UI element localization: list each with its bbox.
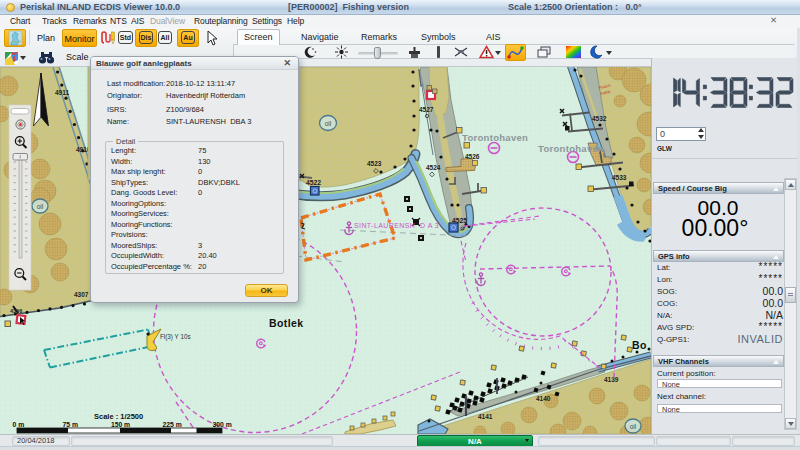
svg-text:4522: 4522: [306, 179, 321, 186]
svg-text:SINT-LAURENSH D A 3: SINT-LAURENSH D A 3: [354, 222, 439, 229]
svg-text:oil: oil: [630, 423, 637, 430]
svg-text:4523: 4523: [367, 160, 382, 167]
svg-text:Torontohaven: Torontohaven: [462, 132, 528, 143]
svg-text:4527: 4527: [419, 106, 434, 113]
svg-text:Botlek: Botlek: [269, 317, 304, 329]
svg-text:150 m: 150 m: [111, 421, 130, 428]
svg-text:4526: 4526: [465, 153, 480, 160]
svg-text:4139: 4139: [604, 376, 619, 383]
svg-text:75 m: 75 m: [63, 421, 79, 428]
svg-text:4532: 4532: [592, 115, 607, 122]
svg-text:4140: 4140: [536, 395, 551, 402]
svg-text:oil: oil: [37, 203, 44, 210]
svg-text:Torontohaven: Torontohaven: [538, 143, 604, 154]
svg-text:Fl(3) Y 10s: Fl(3) Y 10s: [160, 333, 191, 341]
svg-text:Bo: Bo: [632, 339, 647, 351]
svg-text:4306: 4306: [10, 308, 22, 314]
svg-text:0 m: 0 m: [13, 421, 25, 428]
svg-text:4533: 4533: [612, 174, 627, 181]
svg-text:4911: 4911: [55, 89, 69, 96]
svg-text:4524: 4524: [426, 164, 441, 171]
svg-text:4307: 4307: [74, 291, 89, 298]
svg-text:oil: oil: [325, 120, 332, 127]
svg-text:225 m: 225 m: [163, 421, 182, 428]
svg-text:300 m: 300 m: [213, 421, 232, 428]
svg-text:4141: 4141: [478, 413, 493, 420]
